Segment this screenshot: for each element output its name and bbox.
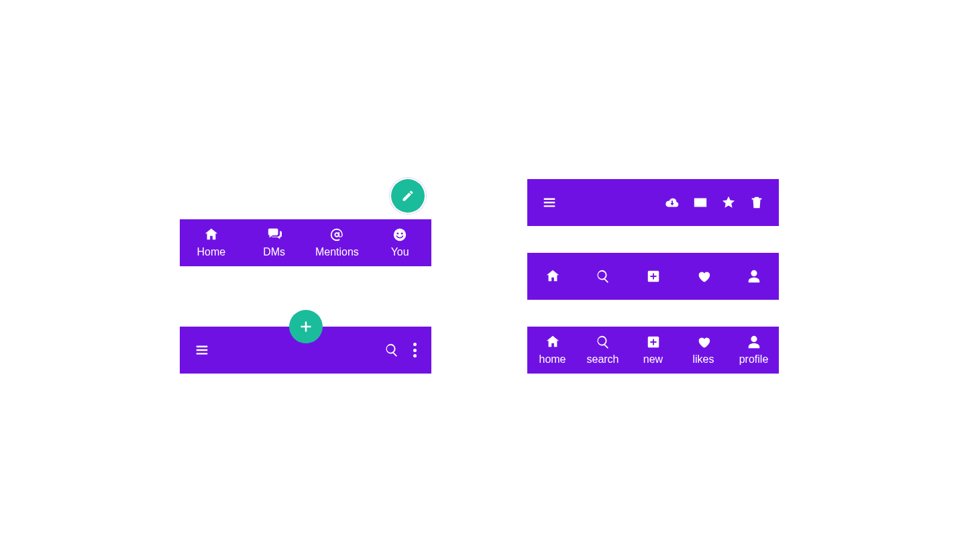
tab-search[interactable]: search: [578, 335, 628, 366]
tab-label: home: [539, 353, 566, 366]
user-icon: [747, 269, 761, 284]
tab-new[interactable]: new: [628, 335, 678, 366]
tab-likes[interactable]: [678, 269, 729, 284]
home-icon: [545, 335, 560, 349]
tab-label: Home: [197, 246, 226, 258]
home-icon: [204, 227, 219, 242]
tab-search[interactable]: [578, 269, 628, 284]
tab-home[interactable]: home: [527, 335, 578, 366]
trash-icon: [749, 195, 764, 210]
tab-label: likes: [692, 353, 714, 366]
plus-icon: [299, 320, 313, 333]
tab-likes[interactable]: likes: [678, 335, 729, 366]
delete-button[interactable]: [749, 195, 764, 210]
tab-you[interactable]: You: [368, 227, 431, 258]
tab-new[interactable]: [628, 269, 678, 284]
search-icon: [384, 343, 399, 357]
action-toolbar: [527, 179, 779, 226]
user-icon: [747, 335, 761, 349]
toolbar-with-fab: [180, 327, 431, 374]
menu-button[interactable]: [542, 195, 557, 210]
smile-icon: [392, 227, 407, 242]
tab-mentions[interactable]: Mentions: [306, 227, 369, 258]
home-icon: [545, 269, 560, 284]
search-button[interactable]: [384, 343, 399, 357]
heart-icon: [696, 335, 711, 349]
search-icon: [596, 335, 610, 349]
tab-bar-labeled: Home DMs Mentions You: [180, 219, 431, 266]
cloud-download-icon: [665, 195, 680, 210]
tab-label: new: [643, 353, 663, 366]
tab-dms[interactable]: DMs: [243, 227, 306, 258]
favorite-button[interactable]: [721, 195, 736, 210]
bars-icon: [195, 343, 209, 357]
search-icon: [596, 269, 610, 284]
tab-bar-icons-only: [527, 253, 779, 300]
tab-label: DMs: [263, 246, 285, 258]
tab-home[interactable]: [527, 269, 578, 284]
tab-profile[interactable]: profile: [729, 335, 779, 366]
heart-icon: [696, 269, 711, 284]
plus-square-icon: [646, 269, 661, 284]
bars-icon: [542, 195, 557, 210]
tab-label: Mentions: [315, 246, 359, 258]
tab-label: profile: [739, 353, 769, 366]
tab-label: You: [391, 246, 409, 258]
mail-button[interactable]: [693, 195, 708, 210]
at-icon: [329, 227, 344, 242]
tab-bar-labeled-5: home search new likes profile: [527, 327, 779, 374]
menu-button[interactable]: [195, 343, 209, 357]
star-icon: [721, 195, 736, 210]
tab-home[interactable]: Home: [180, 227, 243, 258]
compose-fab[interactable]: [391, 179, 425, 213]
envelope-icon: [693, 195, 708, 210]
download-button[interactable]: [665, 195, 680, 210]
pencil-icon: [401, 189, 415, 203]
comments-icon: [267, 227, 282, 242]
tab-profile[interactable]: [729, 269, 779, 284]
more-button[interactable]: [413, 343, 417, 357]
add-fab[interactable]: [289, 310, 323, 343]
tab-label: search: [586, 353, 619, 366]
plus-square-icon: [646, 335, 661, 349]
